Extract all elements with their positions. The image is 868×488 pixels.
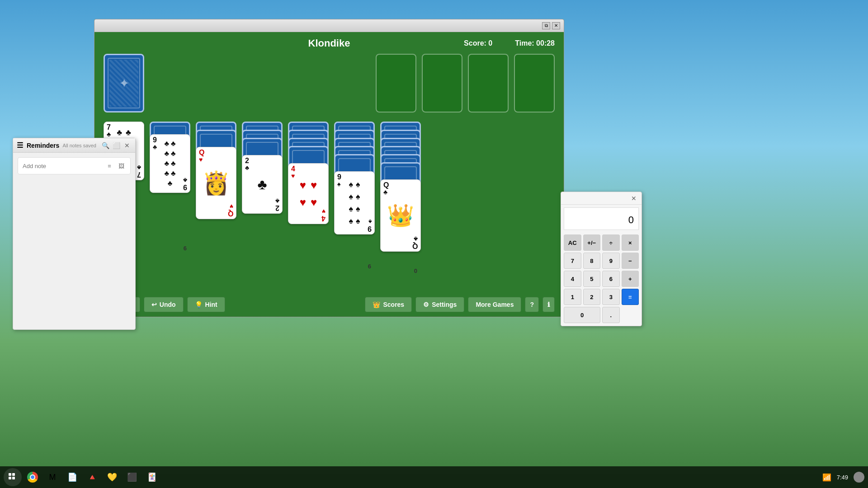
solitaire-icon[interactable]: 🃏 [143, 468, 161, 486]
wifi-icon: 📶 [822, 473, 831, 482]
taskbar: M 📄 🔺 💛 ⬛ 🃏 📶 7:49 [0, 466, 868, 488]
scores-button[interactable]: 👑 Scores [365, 297, 412, 312]
card-9c[interactable]: 9 ♣ ♣♣ ♣♣ ♣♣ ♣♣ ♣ 9 ♣ [150, 134, 190, 193]
add-note-input[interactable] [23, 163, 101, 169]
svg-rect-0 [9, 473, 11, 476]
calc-negate[interactable]: +/− [583, 235, 601, 251]
calc-4[interactable]: 4 [564, 271, 581, 287]
gmail-icon[interactable]: M [43, 468, 61, 486]
window-titlebar: ⧉ ✕ [94, 19, 564, 32]
foundation-2[interactable] [422, 54, 462, 113]
clock: 7:49 [837, 474, 848, 481]
calc-8[interactable]: 8 [583, 253, 601, 269]
solitaire-window: ⧉ ✕ Klondike Score: 0 Time: 00:28 ✦ [94, 19, 564, 317]
calc-display: 0 [564, 207, 639, 230]
calculator: ✕ 0 AC +/− ÷ × 7 8 9 − 4 5 6 + 1 2 3 = 0… [561, 192, 642, 326]
undo-icon: ↩ [151, 301, 157, 308]
avatar[interactable] [854, 472, 864, 483]
svg-rect-1 [12, 473, 15, 476]
deck-icon: ✦ [119, 76, 129, 91]
info-button[interactable]: ℹ [542, 297, 555, 312]
list-icon[interactable]: ≡ [105, 161, 114, 170]
toolbar-right: 👑 Scores ⚙ Settings More Games ? ℹ [365, 297, 555, 312]
docs-icon[interactable]: 📄 [63, 468, 81, 486]
foundation-3[interactable] [468, 54, 509, 113]
deck-pile[interactable]: ✦ [104, 54, 144, 113]
add-note-icons: ≡ 🖼 [105, 161, 126, 170]
reminders-controls: All notes saved 🔍 ⬜ ✕ [62, 141, 132, 150]
foundation-1[interactable] [376, 54, 416, 113]
game-toolbar: ✦ New ↩ Undo 💡 Hint 👑 Scores ⚙ [94, 297, 564, 312]
calc-subtract[interactable]: − [622, 253, 639, 269]
tableau-col-5: 4 ♥ ♥♥ ♥♥ 4 ♥ [288, 122, 329, 266]
close-button[interactable]: ✕ [552, 22, 560, 29]
calc-ac[interactable]: AC [564, 235, 581, 251]
tableau: 7 ♣ ♣♣ ♣♣ ♣♣ 7 ♣ 9 ♣ [104, 122, 555, 275]
undo-button[interactable]: ↩ Undo [144, 297, 184, 312]
hamburger-icon[interactable]: ☰ [17, 141, 23, 150]
calc-add[interactable]: + [622, 271, 639, 287]
chrome-icon[interactable] [24, 468, 42, 486]
foundation-4[interactable] [514, 54, 555, 113]
game-area: Klondike Score: 0 Time: 00:28 ✦ [94, 32, 564, 317]
calc-5[interactable]: 5 [583, 271, 601, 287]
hint-button[interactable]: 💡 Hint [187, 297, 225, 312]
image-icon[interactable]: 🖼 [117, 161, 126, 170]
calc-7[interactable]: 7 [564, 253, 581, 269]
calc-6[interactable]: 6 [602, 271, 620, 287]
settings-icon: ⚙ [423, 301, 429, 308]
window-controls: ⧉ ✕ [542, 22, 560, 29]
tableau-col-4: 2 ♣ ♣ 2 ♣ [242, 122, 283, 262]
more-games-button[interactable]: More Games [468, 297, 521, 312]
calc-multiply[interactable]: × [622, 235, 639, 251]
tableau-col-6: 9 ♠ ♠♠ ♠♠ ♠♠ ♠♠ 9 ♠ 6 [334, 122, 375, 271]
time-display: Time: 00:28 [515, 39, 555, 47]
calc-1[interactable]: 1 [564, 289, 581, 305]
calc-equals[interactable]: = [622, 289, 639, 305]
card-2c[interactable]: 2 ♣ ♣ 2 ♣ [242, 155, 283, 214]
tableau-col-7: Q ♣ 👑 Q ♣ 0 [380, 122, 421, 275]
settings-button[interactable]: ⚙ Settings [415, 297, 464, 312]
calc-titlebar: ✕ [561, 192, 642, 205]
apps-icon[interactable] [4, 468, 22, 486]
calc-close-button[interactable]: ✕ [630, 194, 638, 202]
calc-buttons: AC +/− ÷ × 7 8 9 − 4 5 6 + 1 2 3 = 0 . [561, 233, 642, 326]
card-qc[interactable]: Q ♣ 👑 Q ♣ [380, 179, 421, 252]
card-qh[interactable]: Q ♥ 👸 Q ♥ [196, 147, 236, 219]
calc-2[interactable]: 2 [583, 289, 601, 305]
calc-decimal[interactable]: . [602, 307, 620, 323]
reminders-maximize-button[interactable]: ⬜ [112, 141, 121, 150]
scores-icon: 👑 [373, 301, 380, 308]
reminders-panel: ☰ Reminders All notes saved 🔍 ⬜ ✕ ≡ 🖼 [13, 138, 136, 330]
card-9s[interactable]: 9 ♠ ♠♠ ♠♠ ♠♠ ♠♠ 9 ♠ [334, 171, 375, 235]
game-title: Klondike [308, 38, 350, 49]
calc-9[interactable]: 9 [602, 253, 620, 269]
add-note-area: ≡ 🖼 [18, 157, 131, 174]
help-button[interactable]: ? [525, 297, 539, 312]
card-4h[interactable]: 4 ♥ ♥♥ ♥♥ 4 ♥ [288, 163, 329, 224]
taskbar-right: 📶 7:49 [822, 472, 864, 483]
taskbar-left: M 📄 🔺 💛 ⬛ 🃏 [4, 468, 161, 486]
svg-rect-3 [12, 477, 15, 479]
calc-3[interactable]: 3 [602, 289, 620, 305]
calc-divide[interactable]: ÷ [602, 235, 620, 251]
score-display: Score: 0 [464, 39, 492, 47]
tableau-col-2: 9 ♣ ♣♣ ♣♣ ♣♣ ♣♣ ♣ 9 ♣ 6 [150, 122, 190, 253]
reminders-search-button[interactable]: 🔍 [101, 141, 110, 150]
hint-icon: 💡 [195, 301, 203, 308]
calc-0[interactable]: 0 [564, 307, 600, 323]
tableau-col-3: Q ♥ 👸 Q ♥ [196, 122, 236, 257]
drive-icon[interactable]: 🔺 [83, 468, 101, 486]
top-row: ✦ [104, 54, 555, 113]
reminders-titlebar: ☰ Reminders All notes saved 🔍 ⬜ ✕ [13, 138, 135, 153]
foundations [376, 54, 555, 113]
restore-button[interactable]: ⧉ [542, 22, 550, 29]
keep-icon[interactable]: 💛 [103, 468, 121, 486]
terminal-icon[interactable]: ⬛ [123, 468, 141, 486]
reminders-title: ☰ Reminders [17, 141, 62, 150]
reminders-close-button[interactable]: ✕ [123, 141, 132, 150]
svg-rect-2 [9, 477, 11, 479]
